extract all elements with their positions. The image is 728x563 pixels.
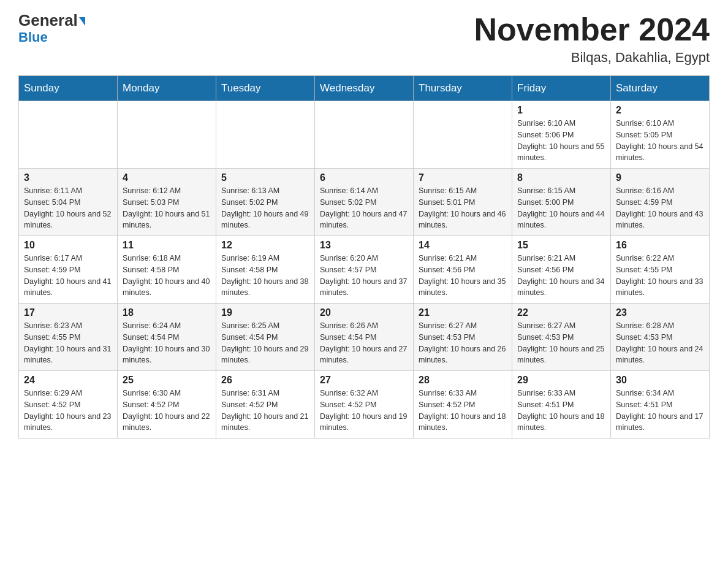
day-info: Sunrise: 6:23 AMSunset: 4:55 PMDaylight:…: [24, 320, 112, 366]
day-number: 25: [123, 375, 211, 386]
day-number: 10: [24, 240, 112, 251]
day-info-line: Daylight: 10 hours and 19 minutes.: [320, 411, 408, 434]
table-row: 21Sunrise: 6:27 AMSunset: 4:53 PMDayligh…: [414, 304, 512, 371]
day-info-line: Sunrise: 6:17 AM: [24, 253, 112, 264]
day-number: 23: [616, 307, 704, 318]
table-row: 16Sunrise: 6:22 AMSunset: 4:55 PMDayligh…: [611, 236, 710, 304]
table-row: 15Sunrise: 6:21 AMSunset: 4:56 PMDayligh…: [512, 236, 611, 304]
day-info-line: Sunrise: 6:21 AM: [419, 253, 507, 264]
table-row: [118, 101, 216, 169]
day-number: 13: [320, 240, 408, 251]
day-number: 15: [517, 240, 605, 251]
table-row: 12Sunrise: 6:19 AMSunset: 4:58 PMDayligh…: [216, 236, 315, 304]
day-info-line: Sunrise: 6:13 AM: [221, 185, 309, 197]
day-info: Sunrise: 6:16 AMSunset: 4:59 PMDaylight:…: [616, 185, 704, 231]
day-info-line: Sunset: 5:00 PM: [517, 197, 605, 209]
day-info-line: Daylight: 10 hours and 17 minutes.: [616, 411, 704, 434]
logo: General Blue: [18, 12, 85, 45]
day-info-line: Daylight: 10 hours and 37 minutes.: [320, 276, 408, 299]
day-number: 14: [419, 240, 507, 251]
day-info-line: Daylight: 10 hours and 30 minutes.: [123, 343, 211, 367]
day-info-line: Sunset: 4:51 PM: [616, 399, 704, 411]
day-info: Sunrise: 6:15 AMSunset: 5:00 PMDaylight:…: [517, 185, 605, 231]
day-info: Sunrise: 6:30 AMSunset: 4:52 PMDaylight:…: [123, 388, 211, 434]
day-info: Sunrise: 6:21 AMSunset: 4:56 PMDaylight:…: [517, 253, 605, 299]
day-info: Sunrise: 6:20 AMSunset: 4:57 PMDaylight:…: [320, 253, 408, 299]
day-info: Sunrise: 6:33 AMSunset: 4:52 PMDaylight:…: [419, 388, 507, 434]
table-row: 14Sunrise: 6:21 AMSunset: 4:56 PMDayligh…: [414, 236, 512, 304]
day-info-line: Sunset: 5:02 PM: [221, 197, 309, 209]
day-number: 3: [24, 172, 112, 183]
day-info-line: Sunrise: 6:29 AM: [24, 388, 112, 399]
day-info-line: Sunset: 5:05 PM: [616, 129, 704, 141]
day-info-line: Sunset: 4:56 PM: [517, 264, 605, 276]
table-row: [315, 101, 414, 169]
day-info-line: Sunset: 5:03 PM: [123, 197, 211, 209]
day-info-line: Sunrise: 6:34 AM: [616, 388, 704, 399]
day-info-line: Daylight: 10 hours and 41 minutes.: [24, 276, 112, 299]
day-number: 8: [517, 172, 605, 183]
day-info-line: Sunset: 5:06 PM: [517, 129, 605, 141]
calendar-table: Sunday Monday Tuesday Wednesday Thursday…: [18, 75, 710, 439]
day-info: Sunrise: 6:28 AMSunset: 4:53 PMDaylight:…: [616, 320, 704, 366]
col-monday: Monday: [118, 76, 216, 101]
day-number: 30: [616, 375, 704, 386]
table-row: 30Sunrise: 6:34 AMSunset: 4:51 PMDayligh…: [611, 371, 710, 439]
table-row: 8Sunrise: 6:15 AMSunset: 5:00 PMDaylight…: [512, 169, 611, 236]
day-info-line: Sunrise: 6:28 AM: [616, 320, 704, 332]
table-row: 2Sunrise: 6:10 AMSunset: 5:05 PMDaylight…: [611, 101, 710, 169]
day-info-line: Sunset: 4:52 PM: [24, 399, 112, 411]
day-info: Sunrise: 6:34 AMSunset: 4:51 PMDaylight:…: [616, 388, 704, 434]
calendar-week-row: 10Sunrise: 6:17 AMSunset: 4:59 PMDayligh…: [19, 236, 710, 304]
table-row: 7Sunrise: 6:15 AMSunset: 5:01 PMDaylight…: [414, 169, 512, 236]
calendar-week-row: 3Sunrise: 6:11 AMSunset: 5:04 PMDaylight…: [19, 169, 710, 236]
day-info-line: Sunrise: 6:18 AM: [123, 253, 211, 264]
day-info-line: Sunrise: 6:12 AM: [123, 185, 211, 197]
table-row: 22Sunrise: 6:27 AMSunset: 4:53 PMDayligh…: [512, 304, 611, 371]
day-info-line: Sunrise: 6:20 AM: [320, 253, 408, 264]
day-info-line: Sunrise: 6:19 AM: [221, 253, 309, 264]
day-info-line: Sunrise: 6:24 AM: [123, 320, 211, 332]
calendar-week-row: 17Sunrise: 6:23 AMSunset: 4:55 PMDayligh…: [19, 304, 710, 371]
day-info-line: Sunset: 5:02 PM: [320, 197, 408, 209]
location-title: Bilqas, Dakahlia, Egypt: [474, 50, 710, 66]
day-info-line: Sunset: 4:55 PM: [24, 332, 112, 343]
day-number: 9: [616, 172, 704, 183]
day-info-line: Sunset: 4:59 PM: [24, 264, 112, 276]
day-info: Sunrise: 6:17 AMSunset: 4:59 PMDaylight:…: [24, 253, 112, 299]
day-info-line: Sunrise: 6:26 AM: [320, 320, 408, 332]
day-info-line: Daylight: 10 hours and 40 minutes.: [123, 276, 211, 299]
table-row: 19Sunrise: 6:25 AMSunset: 4:54 PMDayligh…: [216, 304, 315, 371]
day-number: 19: [221, 307, 309, 318]
day-info: Sunrise: 6:26 AMSunset: 4:54 PMDaylight:…: [320, 320, 408, 366]
day-info: Sunrise: 6:10 AMSunset: 5:06 PMDaylight:…: [517, 118, 605, 164]
day-info-line: Daylight: 10 hours and 33 minutes.: [616, 276, 704, 299]
day-number: 27: [320, 375, 408, 386]
table-row: 9Sunrise: 6:16 AMSunset: 4:59 PMDaylight…: [611, 169, 710, 236]
logo-triangle-icon: [79, 17, 85, 26]
day-info-line: Daylight: 10 hours and 43 minutes.: [616, 209, 704, 232]
day-number: 12: [221, 240, 309, 251]
day-number: 16: [616, 240, 704, 251]
calendar-week-row: 1Sunrise: 6:10 AMSunset: 5:06 PMDaylight…: [19, 101, 710, 169]
day-info-line: Sunrise: 6:27 AM: [419, 320, 507, 332]
day-number: 7: [419, 172, 507, 183]
day-info-line: Sunset: 4:57 PM: [320, 264, 408, 276]
day-info-line: Daylight: 10 hours and 22 minutes.: [123, 411, 211, 434]
table-row: 18Sunrise: 6:24 AMSunset: 4:54 PMDayligh…: [118, 304, 216, 371]
day-info-line: Daylight: 10 hours and 23 minutes.: [24, 411, 112, 434]
day-info-line: Sunrise: 6:33 AM: [419, 388, 507, 399]
day-info-line: Sunrise: 6:14 AM: [320, 185, 408, 197]
day-info-line: Sunset: 4:54 PM: [320, 332, 408, 343]
col-tuesday: Tuesday: [216, 76, 315, 101]
day-number: 4: [123, 172, 211, 183]
day-info-line: Sunrise: 6:11 AM: [24, 185, 112, 197]
day-info-line: Sunrise: 6:16 AM: [616, 185, 704, 197]
day-info-line: Sunrise: 6:10 AM: [616, 118, 704, 129]
day-info: Sunrise: 6:33 AMSunset: 4:51 PMDaylight:…: [517, 388, 605, 434]
day-number: 24: [24, 375, 112, 386]
col-saturday: Saturday: [611, 76, 710, 101]
table-row: 10Sunrise: 6:17 AMSunset: 4:59 PMDayligh…: [19, 236, 118, 304]
day-info-line: Sunset: 4:54 PM: [123, 332, 211, 343]
day-info-line: Sunrise: 6:27 AM: [517, 320, 605, 332]
